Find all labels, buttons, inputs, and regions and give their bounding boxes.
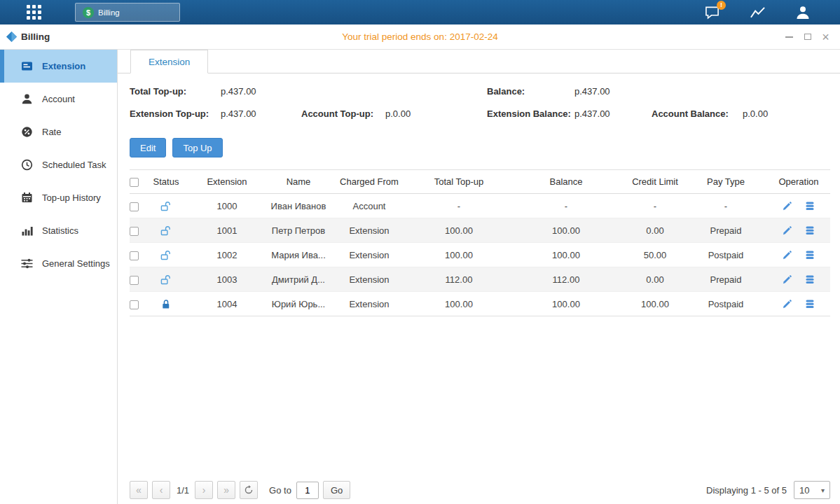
page-size-select[interactable]: 10 ▾ — [794, 481, 830, 499]
cell-total-topup: - — [411, 194, 507, 218]
topbar-right: ! — [704, 5, 811, 20]
top-up-button[interactable]: Top Up — [172, 138, 222, 158]
tab-extension[interactable]: Extension — [130, 50, 208, 74]
sidebar-item-label: General Settings — [42, 258, 110, 269]
cell-balance: 112.00 — [507, 267, 626, 292]
table-row: 1000 Иван Иванов Account - - - - — [130, 194, 830, 218]
notifications-icon[interactable]: ! — [704, 5, 720, 20]
cell-credit-limit: 50.00 — [626, 243, 684, 267]
cell-pay-type: Prepaid — [684, 218, 767, 243]
refresh-button[interactable] — [240, 481, 258, 499]
topup-row-icon[interactable] — [804, 201, 815, 211]
window-title: Billing — [6, 31, 50, 43]
col-balance: Balance — [507, 170, 626, 194]
row-checkbox[interactable] — [130, 202, 139, 211]
edit-row-icon[interactable] — [782, 274, 792, 285]
sidebar-item-label: Scheduled Task — [42, 160, 106, 170]
row-checkbox[interactable] — [130, 300, 139, 309]
reports-chart-icon[interactable] — [750, 6, 766, 20]
next-page-button[interactable]: › — [195, 481, 213, 499]
edit-button[interactable]: Edit — [130, 138, 166, 158]
refresh-icon — [244, 485, 254, 495]
status-icon — [160, 274, 172, 284]
sidebar-item-extension[interactable]: Extension — [0, 50, 117, 83]
unlocked-icon — [160, 274, 172, 285]
cell-balance: 100.00 — [507, 243, 626, 267]
row-checkbox[interactable] — [130, 227, 139, 236]
col-operation: Operation — [767, 170, 830, 194]
cell-charged-from: Extension — [327, 267, 411, 292]
locked-icon — [160, 299, 172, 309]
sidebar-item-label: Top-up History — [42, 192, 101, 203]
goto-page-input[interactable] — [296, 482, 319, 499]
select-all-checkbox[interactable] — [130, 178, 139, 187]
sidebar-item-rate[interactable]: Rate — [0, 115, 117, 148]
account-topup-value: p.0.00 — [385, 108, 411, 119]
page-size-value: 10 — [799, 485, 809, 496]
account-icon — [21, 93, 33, 105]
cell-extension: 1001 — [184, 218, 270, 243]
topbar-tab-label: Billing — [98, 8, 120, 17]
col-total-topup: Total Top-up — [411, 170, 507, 194]
topup-row-icon[interactable] — [804, 299, 815, 309]
calendar-icon — [21, 192, 33, 204]
status-icon — [160, 249, 172, 260]
cell-name: Мария Ива... — [270, 243, 327, 267]
cell-name: Дмитрий Д... — [270, 267, 327, 292]
last-page-button[interactable]: » — [217, 481, 235, 499]
edit-row-icon[interactable] — [782, 299, 792, 309]
os-topbar: $ Billing ! — [0, 0, 840, 24]
cell-extension: 1003 — [184, 267, 270, 292]
user-account-icon[interactable] — [795, 5, 811, 20]
row-checkbox[interactable] — [130, 251, 139, 260]
maximize-button[interactable] — [801, 31, 813, 43]
first-page-button[interactable]: « — [130, 481, 148, 499]
extension-topup-label: Extension Top-up: — [130, 108, 209, 119]
cell-credit-limit: 0.00 — [626, 218, 684, 243]
billing-diamond-icon — [6, 31, 18, 43]
window-controls: × — [783, 31, 832, 43]
cell-charged-from: Account — [327, 194, 411, 218]
go-button[interactable]: Go — [323, 481, 350, 499]
table-row: 1004 Юрий Юрь... Extension 100.00 100.00… — [130, 292, 830, 316]
page-indicator: 1/1 — [177, 485, 189, 496]
balance-value: p.437.00 — [574, 86, 610, 97]
cell-credit-limit: - — [626, 194, 684, 218]
row-checkbox[interactable] — [130, 276, 139, 285]
cell-balance: 100.00 — [507, 218, 626, 243]
unlocked-icon — [160, 225, 172, 236]
minimize-button[interactable] — [783, 31, 795, 43]
notification-badge: ! — [717, 1, 726, 10]
edit-row-icon[interactable] — [782, 201, 792, 211]
topup-row-icon[interactable] — [804, 274, 815, 285]
sidebar-item-statistics[interactable]: Statistics — [0, 214, 117, 247]
cell-total-topup: 100.00 — [411, 243, 507, 267]
account-balance-value: p.0.00 — [743, 108, 768, 119]
edit-row-icon[interactable] — [782, 225, 792, 236]
edit-row-icon[interactable] — [782, 250, 792, 260]
col-charged-from: Charged From — [327, 170, 411, 194]
topup-row-icon[interactable] — [804, 225, 815, 236]
extension-table: Status Extension Name Charged From Total… — [130, 169, 830, 316]
topbar-tab-billing[interactable]: $ Billing — [75, 3, 180, 22]
balance-summary: Total Top-up: p.437.00 Balance: p.437.00… — [118, 80, 840, 132]
cell-balance: - — [507, 194, 626, 218]
sidebar-item-label: Statistics — [42, 225, 78, 236]
cell-charged-from: Extension — [327, 292, 411, 316]
col-credit-limit: Credit Limit — [626, 170, 684, 194]
cell-pay-type: Postpaid — [684, 292, 767, 316]
sidebar-item-scheduled-task[interactable]: Scheduled Task — [0, 148, 117, 181]
sidebar-item-topup-history[interactable]: Top-up History — [0, 181, 117, 214]
app-grid-icon[interactable] — [27, 5, 41, 20]
close-button[interactable]: × — [820, 31, 832, 43]
prev-page-button[interactable]: ‹ — [152, 481, 170, 499]
topup-row-icon[interactable] — [804, 250, 815, 260]
account-balance-label: Account Balance: — [652, 108, 729, 119]
sidebar-item-general-settings[interactable]: General Settings — [0, 247, 117, 280]
tabstrip: Extension — [118, 50, 840, 74]
rate-icon — [21, 126, 33, 138]
extension-balance-value: p.437.00 — [574, 108, 610, 119]
account-topup-label: Account Top-up: — [301, 108, 373, 119]
sidebar-item-account[interactable]: Account — [0, 83, 117, 115]
sidebar-item-label: Account — [42, 94, 75, 104]
